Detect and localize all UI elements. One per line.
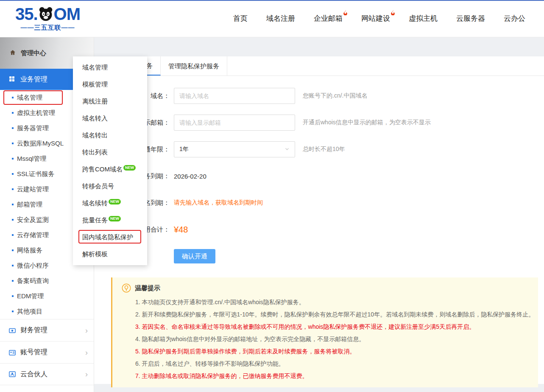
domain-input[interactable]	[174, 88, 295, 104]
flyout-item-label: 域名转出	[82, 132, 108, 139]
bullet-icon	[12, 295, 14, 297]
panda-logo-icon	[38, 6, 53, 22]
top-nav: 首页 域名注册 企业邮箱 网站建设 虚拟主机 云服务器 云办公	[233, 14, 525, 23]
tab-manage-privacy-service[interactable]: 管理隐私保护服务	[161, 56, 227, 76]
chevron-right-icon: ›	[85, 327, 88, 334]
sidebar-group-finance-management[interactable]: 财务管理 ›	[0, 319, 94, 341]
flyout-item-domain-transfer-out[interactable]: 域名转出	[73, 127, 147, 144]
nav-item-label: 云服务器	[456, 14, 485, 22]
nav-item-home[interactable]: 首页	[233, 14, 248, 23]
flyout-item-label: 批量任务	[82, 216, 108, 224]
sidebar-group-account-management[interactable]: 账号管理 ›	[0, 341, 94, 363]
chevron-right-icon: ›	[85, 370, 88, 378]
sidebar-item-label: 虚拟主机管理	[17, 109, 55, 117]
sidebar-item-label: 安全及监测	[17, 216, 49, 224]
bullet-icon	[12, 97, 14, 98]
flyout-item-offline-register[interactable]: 离线注册	[73, 93, 147, 110]
logo-text-om: OM	[54, 6, 80, 22]
flyout-item-cross-sell-com-domain[interactable]: 跨售COM域名NEW	[73, 161, 147, 178]
display-email-input[interactable]	[174, 115, 295, 131]
nav-item-enterprise-email[interactable]: 企业邮箱	[314, 14, 343, 23]
sidebar-item-label: Mssql管理	[17, 155, 46, 163]
bullet-icon	[12, 311, 14, 312]
form-row-total: 费用合计： ¥48	[94, 221, 544, 238]
notice-item: 5. 隐私保护服务到期后需单独操作续费，到期后若未及时续费服务，服务将被取消。	[135, 345, 530, 358]
flyout-item-domestic-privacy-protection[interactable]: 国内域名隐私保护	[73, 229, 147, 246]
years-select[interactable]: 1年	[174, 141, 295, 157]
display-email-hint: 开通后whois信息中显示的邮箱，为空表示不显示	[303, 119, 431, 126]
nav-item-virtual-host[interactable]: 虚拟主机	[409, 14, 438, 23]
logo-text: 35. OM	[15, 6, 80, 22]
bullet-icon	[12, 204, 14, 205]
top-accent-line	[0, 0, 544, 1]
new-badge: NEW	[109, 199, 121, 204]
flyout-item-label: 域名管理	[82, 64, 108, 71]
nav-item-label: 企业邮箱	[314, 14, 343, 22]
sidebar-group-cloud-partner[interactable]: 云合伙人 ›	[0, 363, 94, 385]
sidebar-group-label: 财务管理	[20, 326, 47, 335]
form-row-domain-expiry: 域名到期： 请先输入域名，获取域名到期时间	[94, 195, 544, 211]
years-hint: 总时长不超10年	[303, 146, 345, 153]
sidebar-item-label: 云存储管理	[17, 231, 49, 239]
domain-management-flyout-menu: 域名管理 模板管理 离线注册 域名转入 域名转出 转出列表 跨售COM域名NEW…	[73, 56, 147, 265]
confirm-open-button[interactable]: 确认开通	[174, 249, 215, 263]
form-row-years: 开通年限： 1年 总时长不超10年	[94, 141, 544, 157]
flyout-item-dns-template[interactable]: 解析模板	[73, 246, 147, 263]
flyout-item-template-management[interactable]: 模板管理	[73, 76, 147, 93]
logo-subtitle: ——三五互联——	[21, 24, 75, 32]
flyout-item-label: 域名续转	[82, 199, 108, 207]
nav-item-cloud-server[interactable]: 云服务器	[456, 14, 485, 23]
privacy-open-form: 域名： 您账号下的.cn/.中国域名 显示邮箱： 开通后whois信息中显示的邮…	[94, 76, 544, 264]
sidebar-item-label: 其他项目	[17, 308, 42, 316]
flyout-item-label: 域名转入	[82, 115, 108, 122]
sidebar-item-label: 业务管理	[20, 75, 47, 84]
sidebar-item-label: EDM管理	[17, 292, 44, 300]
chevron-right-icon: ›	[85, 349, 88, 356]
bullet-icon	[12, 173, 14, 175]
flyout-item-batch-tasks[interactable]: 批量任务NEW	[73, 212, 147, 229]
notice-item: 4. 隐私邮箱为whois信息中对外显示的邮箱地址，为空表示完全隐藏，不显示邮箱…	[135, 333, 530, 345]
service-expiry-value: 2026-02-20	[174, 173, 206, 180]
new-badge: NEW	[123, 165, 136, 171]
grid-icon	[8, 76, 16, 83]
bullet-icon	[12, 127, 14, 129]
nav-item-label: 域名注册	[266, 14, 295, 22]
nav-item-cloud-office[interactable]: 云办公	[504, 14, 525, 23]
bullet-icon	[12, 219, 14, 221]
sidebar-item-icp-code-query[interactable]: 备案码查询	[0, 273, 94, 288]
bullet-icon	[12, 158, 14, 160]
notice-title: 温馨提示	[135, 284, 160, 292]
form-row-submit: 确认开通	[94, 248, 544, 264]
flyout-item-domain-transfer-in[interactable]: 域名转入	[73, 110, 147, 127]
sidebar-item-other-projects[interactable]: 其他项目	[0, 304, 94, 319]
notice-item: 6. 开启后，域名过户、转移等操作不影响隐私保护功能。	[135, 358, 530, 370]
sidebar-item-label: 网络服务	[17, 246, 42, 255]
sidebar-item-label: SSL证书服务	[17, 170, 54, 178]
flyout-item-transfer-member-id[interactable]: 转移会员号	[73, 178, 147, 195]
flyout-item-transfer-out-list[interactable]: 转出列表	[73, 144, 147, 161]
sidebar-item-label: 云数据库MySQL	[17, 140, 64, 148]
partner-icon	[8, 370, 16, 378]
nav-item-domain-register[interactable]: 域名注册	[266, 14, 295, 23]
chevron-down-icon	[285, 146, 290, 153]
flyout-item-domain-renew-transfer[interactable]: 域名续转NEW	[73, 195, 147, 212]
domain-expiry-value: 请先输入域名，获取域名到期时间	[174, 199, 263, 207]
nav-item-label: 云办公	[504, 14, 525, 22]
bullet-icon	[12, 280, 14, 282]
sidebar-item-label: 服务器管理	[17, 124, 49, 132]
bullet-icon	[12, 188, 14, 190]
nav-item-website-building[interactable]: 网站建设	[361, 14, 390, 23]
flyout-item-label: 转出列表	[82, 148, 108, 156]
logo[interactable]: 35. OM ——三五互联——	[15, 6, 80, 32]
nav-item-label: 虚拟主机	[409, 14, 438, 22]
sidebar-item-edm-management[interactable]: EDM管理	[0, 288, 94, 304]
flyout-item-label: 离线注册	[82, 98, 108, 105]
flyout-item-label: 国内域名隐私保护	[82, 233, 133, 241]
flyout-item-domain-management[interactable]: 域名管理	[73, 59, 147, 76]
form-row-display-email: 显示邮箱： 开通后whois信息中显示的邮箱，为空表示不显示	[94, 115, 544, 131]
hot-flame-icon	[390, 9, 396, 14]
lightbulb-icon	[122, 283, 131, 293]
flyout-item-label: 模板管理	[82, 81, 108, 88]
years-select-value: 1年	[179, 146, 189, 153]
main-area: 开通隐私保护服务 管理隐私保护服务 域名： 您账号下的.cn/.中国域名 显示邮…	[94, 37, 544, 392]
